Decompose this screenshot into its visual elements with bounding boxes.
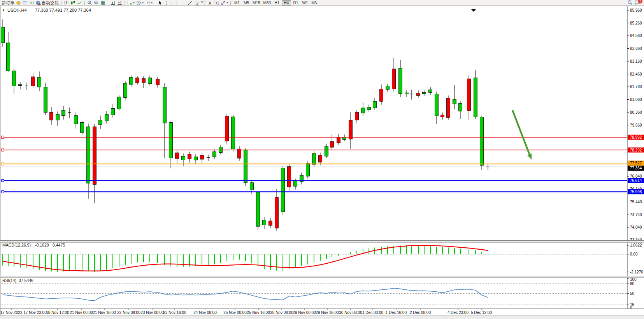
rsi-tick-label: 0 — [630, 305, 632, 310]
new-order-label: 新订单 — [2, 0, 14, 6]
candlestick-chart-icon — [70, 0, 75, 5]
candle-bull — [87, 127, 90, 183]
rsi-plot-area[interactable] — [1, 278, 627, 308]
time-tick-label: 28 Nov 08:00 — [270, 310, 293, 315]
text-label-button[interactable]: T — [213, 0, 220, 5]
text-label-icon: T — [214, 0, 219, 5]
rsi-tick-label: 100 — [630, 277, 637, 282]
tile-windows-button[interactable] — [100, 0, 106, 5]
time-tick-label: 22 Nov 08:00 — [117, 310, 140, 315]
candle-bull — [194, 157, 198, 160]
new-order-button[interactable]: 新订单 — [1, 0, 15, 5]
tab-timeframe-m5[interactable]: M5 — [242, 0, 251, 5]
time-tick-label: 25 Nov 00:00 — [223, 310, 247, 315]
tab-timeframe-m15[interactable]: M15 — [251, 0, 261, 5]
market-watch-button[interactable] — [15, 0, 22, 5]
trendline-button[interactable] — [187, 0, 193, 5]
line-price-label-text: 78.992 — [630, 135, 642, 139]
candle-bear — [447, 98, 450, 118]
candle-bull — [325, 146, 328, 156]
panel-separator-band[interactable] — [0, 241, 644, 243]
chart-shift-icon — [117, 0, 122, 5]
channel-button[interactable]: E — [193, 0, 200, 5]
tab-timeframe-m1[interactable]: M1 — [232, 0, 242, 5]
line-handle[interactable] — [2, 136, 4, 138]
templates-button[interactable]: ▾ — [144, 0, 153, 5]
bar-chart-button[interactable] — [63, 0, 70, 5]
text-button[interactable]: A — [207, 0, 213, 5]
candle-bear — [269, 221, 272, 226]
search-button[interactable] — [626, 0, 633, 5]
line-handle[interactable] — [2, 163, 4, 165]
chart-window-button[interactable] — [22, 0, 28, 5]
horizontal-line-button[interactable] — [180, 0, 187, 5]
candle-bull — [405, 93, 409, 94]
line-handle[interactable] — [2, 190, 4, 193]
chevron-down-icon: ▾ — [226, 1, 228, 5]
autotrade-button[interactable]: 自动交易 — [35, 0, 60, 5]
tab-timeframe-w1[interactable]: W1 — [300, 0, 310, 5]
tab-timeframe-m30[interactable]: M30 — [262, 0, 272, 5]
line-handle[interactable] — [2, 180, 4, 182]
signals-button[interactable] — [28, 0, 35, 5]
price-tick-label: 81.760 — [630, 85, 642, 89]
macd-tick-label: -2.1276 — [630, 270, 643, 274]
tab-timeframe-d1[interactable]: D1 — [291, 0, 300, 5]
candlestick-chart-button[interactable] — [70, 0, 76, 5]
candle-bull — [44, 87, 47, 113]
candle-bull — [263, 220, 266, 225]
candle-bull — [361, 108, 365, 113]
candle-bull — [232, 117, 235, 149]
new-chart-icon — [127, 0, 132, 5]
equidistant-channel-icon: E — [194, 0, 199, 5]
candle-bear — [200, 155, 204, 159]
bottom-strip — [0, 316, 644, 319]
panel-separator-band[interactable] — [0, 277, 644, 278]
shapes-button[interactable]: ▾ — [220, 0, 229, 5]
chart-shift-button[interactable] — [116, 0, 123, 5]
candle-bull — [399, 68, 402, 93]
periods-button[interactable]: ▾ — [135, 0, 144, 5]
candle-bear — [156, 79, 160, 85]
candle-bull — [1, 27, 5, 43]
candle-bull — [474, 78, 477, 117]
chevron-down-icon: ▾ — [142, 1, 144, 5]
auto-scroll-button[interactable] — [110, 0, 116, 5]
candle-bear — [441, 115, 444, 117]
line-price-label-text: 78.292 — [630, 148, 642, 152]
time-tick-label: 21 Nov 16:00 — [93, 310, 116, 315]
chat-button[interactable]: 1 — [633, 0, 641, 5]
line-handle[interactable] — [2, 149, 4, 151]
time-tick-label: 24 Nov 08:00 — [193, 310, 217, 315]
signal-icon — [29, 0, 34, 5]
rsi-tick-label: 80 — [630, 282, 635, 286]
candle-bull — [306, 164, 310, 176]
candle-bear — [337, 137, 340, 143]
toolbar-separator — [61, 1, 61, 5]
candle-bear — [288, 167, 291, 187]
tile-windows-icon — [100, 0, 105, 5]
price-tick-label: 85.960 — [630, 8, 642, 12]
fibonacci-button[interactable]: F — [200, 0, 207, 5]
zoom-in-icon — [87, 0, 92, 5]
vertical-line-button[interactable] — [174, 0, 180, 5]
candle-bear — [380, 89, 383, 101]
tab-timeframe-h4[interactable]: H4 — [282, 0, 291, 5]
crosshair-button[interactable] — [163, 0, 170, 5]
tab-timeframe-h1[interactable]: H1 — [272, 0, 282, 5]
line-chart-button[interactable] — [76, 0, 83, 5]
new-chart-button[interactable]: ▾ — [126, 0, 135, 5]
zoom-in-button[interactable] — [86, 0, 93, 5]
symbol-dropdown-icon[interactable]: ▼ — [2, 9, 5, 12]
tab-timeframe-mn[interactable]: MN — [310, 0, 319, 5]
line-chart-icon — [77, 0, 82, 5]
toolbar: 新订单 自动交易 — [0, 0, 644, 6]
candle-bear — [50, 112, 53, 120]
time-tick-label: 1 Dec 16:00 — [386, 310, 407, 315]
cursor-button[interactable] — [157, 0, 163, 5]
candle-bull — [148, 78, 152, 84]
candle-bear — [275, 197, 279, 228]
chart-plot-area[interactable] — [1, 6, 627, 240]
price-chart: 85.96085.26084.56083.86083.16082.46081.7… — [0, 0, 644, 319]
zoom-out-button[interactable] — [93, 0, 100, 5]
